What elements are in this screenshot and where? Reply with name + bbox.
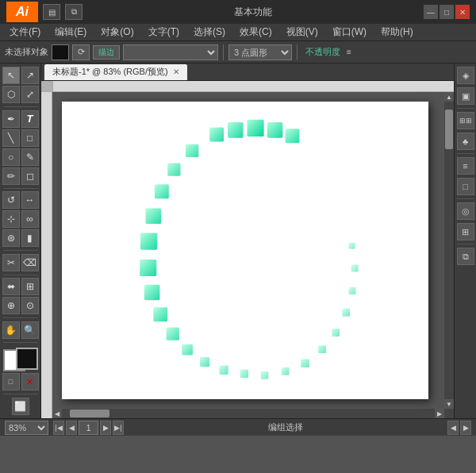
line-tool[interactable]: ╲ [2, 129, 20, 147]
warp-tool[interactable]: ⊹ [2, 210, 20, 228]
scrollbar-corner [444, 409, 454, 418]
menu-bar: 文件(F) 编辑(E) 对象(O) 文字(T) 选择(S) 效果(C) 视图(V… [0, 24, 476, 41]
column-graph-tool[interactable]: ▮ [21, 229, 39, 247]
close-button[interactable]: ✕ [455, 5, 470, 19]
tool-row-12: ⊕ ⊙ [2, 297, 39, 314]
tool-row-9: ⊛ ▮ [2, 229, 39, 247]
svg-rect-22 [342, 309, 350, 317]
rect-tool[interactable]: □ [21, 129, 39, 147]
maximize-button[interactable]: □ [440, 5, 454, 19]
color-mode-btn[interactable]: □ [2, 373, 20, 390]
zoom-tool[interactable]: 🔍 [21, 321, 39, 339]
fill-color-swatch[interactable] [52, 44, 69, 60]
eraser-tool[interactable]: ◻ [21, 167, 39, 185]
tab-close-btn[interactable]: ✕ [173, 67, 179, 76]
svg-rect-15 [200, 357, 209, 367]
right-divider-2 [457, 153, 474, 154]
direct-select-tool[interactable]: ↗ [21, 67, 39, 84]
magic-wand-tool[interactable]: ⬡ [2, 86, 20, 103]
zoom-select[interactable]: 83% [5, 421, 48, 435]
document-tab[interactable]: 未标题-1* @ 83% (RGB/预览) ✕ [44, 64, 187, 80]
mesh-tool[interactable]: ⊞ [21, 278, 39, 295]
scale-tool[interactable]: ↔ [21, 191, 39, 209]
selection-status: 未选择对象 [5, 46, 48, 58]
pen-tool[interactable]: ✒ [2, 110, 20, 128]
scroll-up-btn[interactable]: ▲ [444, 92, 454, 102]
none-btn[interactable]: ✕ [21, 373, 39, 390]
stroke-label[interactable]: 描边 [93, 45, 120, 60]
scroll-thumb-v[interactable] [445, 110, 453, 149]
menu-object[interactable]: 对象(O) [94, 24, 140, 40]
swatches-panel-btn[interactable]: ▣ [457, 87, 474, 105]
menu-edit[interactable]: 编辑(E) [48, 24, 93, 40]
tool-row-1: ↖ ↗ [2, 67, 39, 84]
menu-effect[interactable]: 效果(C) [233, 24, 278, 40]
measure-tool[interactable]: ⊙ [21, 297, 39, 314]
hand-tool[interactable]: ✋ [2, 321, 20, 339]
next-page-btn[interactable]: ▶ [100, 421, 111, 435]
status-left-btn[interactable]: ◀ [447, 421, 459, 435]
scissors-tool[interactable]: ✂ [2, 254, 20, 271]
transform-btn[interactable]: ⊞ [457, 223, 474, 240]
minimize-button[interactable]: — [424, 5, 438, 19]
rotate-tool[interactable]: ↺ [2, 191, 20, 209]
page-input[interactable] [79, 421, 98, 435]
scroll-left-btn[interactable]: ◀ [52, 409, 62, 418]
layers-btn[interactable]: ⧉ [457, 248, 474, 265]
menu-view[interactable]: 视图(V) [280, 24, 324, 40]
eyedropper-tool[interactable]: ⊕ [2, 297, 20, 314]
scroll-thumb-h[interactable] [70, 410, 109, 417]
pencil-tool[interactable]: ✏ [2, 167, 20, 185]
symbol-tool[interactable]: ⊛ [2, 229, 20, 247]
scrollbar-vertical[interactable]: ▲ ▼ [444, 92, 454, 409]
toolbar-options-icon[interactable]: ≡ [347, 48, 351, 56]
menu-help[interactable]: 帮助(H) [374, 24, 420, 40]
tool-row-7: ↺ ↔ [2, 191, 39, 209]
brush-tool[interactable]: ✎ [21, 148, 39, 166]
select-tool[interactable]: ↖ [2, 67, 20, 84]
svg-rect-21 [348, 287, 355, 294]
workspace-switcher[interactable]: ▤ [43, 4, 60, 20]
scroll-right-btn[interactable]: ▶ [435, 409, 444, 418]
right-divider-1 [457, 108, 474, 109]
align-btn[interactable]: ◎ [457, 202, 474, 220]
right-divider-4 [457, 244, 474, 244]
appearance-btn[interactable]: □ [457, 178, 474, 195]
menu-text[interactable]: 文字(T) [142, 24, 186, 40]
tool-divider-7 [3, 394, 38, 394]
svg-rect-20 [351, 264, 359, 271]
opacity-label[interactable]: 不透明度 [302, 46, 344, 58]
menu-file[interactable]: 文件(F) [3, 24, 47, 40]
tool-divider-3 [3, 250, 38, 251]
first-page-btn[interactable]: |◀ [53, 421, 64, 435]
eraser2-tool[interactable]: ⌫ [21, 254, 39, 271]
fill-options-btn[interactable]: ⟳ [72, 44, 90, 60]
gradient-tool[interactable]: ⬌ [2, 278, 20, 295]
symbols-panel-btn[interactable]: ♣ [457, 133, 474, 150]
scrollbar-horizontal[interactable]: ◀ ▶ [52, 409, 444, 418]
stroke-style-select[interactable] [123, 44, 218, 60]
brushes-panel-btn[interactable]: ⊞⊞ [457, 112, 474, 129]
status-right-btn[interactable]: ▶ [460, 421, 471, 435]
type-tool[interactable]: T [21, 110, 39, 128]
menu-window[interactable]: 窗口(W) [326, 24, 373, 40]
prev-page-btn[interactable]: ◀ [66, 421, 77, 435]
brush-select[interactable]: 3 点圆形 [228, 44, 292, 60]
svg-rect-11 [144, 285, 160, 301]
color-panel-btn[interactable]: ◈ [457, 67, 474, 84]
last-page-btn[interactable]: ▶| [113, 421, 124, 435]
status-text: 编组选择 [129, 421, 443, 433]
blend-tool[interactable]: ∞ [21, 210, 39, 228]
graphic-styles-btn[interactable]: ≡ [457, 157, 474, 175]
tool-row-11: ⬌ ⊞ [2, 278, 39, 295]
scroll-down-btn[interactable]: ▼ [444, 399, 454, 409]
screen-mode-btn[interactable]: ⬜ [12, 398, 29, 415]
arrange-btn[interactable]: ⧉ [65, 4, 83, 20]
menu-select[interactable]: 选择(S) [187, 24, 232, 40]
lasso-tool[interactable]: ⤢ [21, 86, 39, 103]
artboard[interactable] [62, 102, 428, 399]
toolbar-divider-2 [297, 44, 298, 60]
tool-row-3: ✒ T [2, 110, 39, 128]
ellipse-tool[interactable]: ○ [2, 148, 20, 166]
stroke-swatch[interactable] [16, 348, 38, 370]
